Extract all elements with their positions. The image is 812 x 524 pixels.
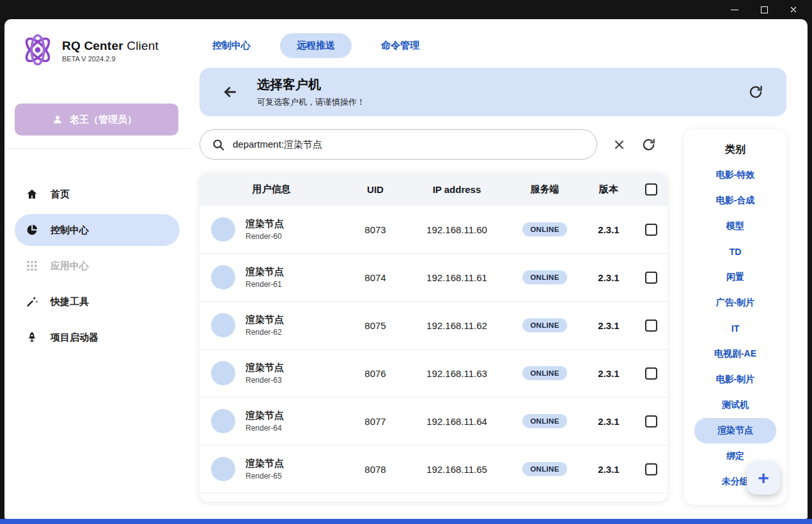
client-hostname: Render-60 [246,232,284,241]
user-icon [52,114,63,125]
table-row[interactable]: 渲染节点 Render-62 8075 192.168.11.62 ONLINE… [199,302,668,350]
category-panel-title: 类别 [684,141,786,158]
category-item[interactable]: TD [694,239,776,265]
sidebar-item-control-center[interactable]: 控制中心 [15,214,180,246]
sidebar-item-app-center[interactable]: 应用中心 [15,250,180,282]
category-item[interactable]: 电视剧-AE [694,341,776,367]
close-icon [790,6,797,13]
column-header-server: 服务端 [506,183,583,196]
column-header-version: 版本 [583,183,634,196]
category-item[interactable]: 电影-制片 [694,367,776,392]
table-row[interactable]: 渲染节点 Render-64 8077 192.168.11.64 ONLINE… [199,397,668,445]
category-item-selected[interactable]: 渲染节点 [694,418,776,443]
client-name: 渲染节点 [246,314,284,326]
client-version: 2.3.1 [583,464,634,475]
user-label: 老王（管理员） [70,114,137,126]
top-tabs: 控制中心 远程推送 命令管理 [199,19,786,61]
sidebar-item-project-launcher[interactable]: 项目启动器 [15,321,180,353]
sidebar-item-label: 控制中心 [51,224,89,236]
client-ip: 192.168.11.62 [407,320,506,331]
client-table: 用户信息 UID IP address 服务端 版本 渲染节点 Render-6… [199,173,668,502]
refresh-icon [748,84,763,100]
client-hostname: Render-65 [246,472,284,481]
client-avatar [211,457,235,481]
sidebar-item-label: 应用中心 [51,260,89,272]
row-checkbox[interactable] [645,320,657,332]
app-logo-atom-icon [20,32,56,68]
category-item[interactable]: 广告-制片 [694,290,776,316]
bottom-accent-bar [0,519,812,524]
row-checkbox[interactable] [645,415,657,428]
tab-remote-push[interactable]: 远程推送 [280,33,352,58]
client-version: 2.3.1 [583,416,634,427]
client-name: 渲染节点 [246,266,284,278]
window-minimize-button[interactable] [720,1,749,18]
row-checkbox[interactable] [645,463,657,475]
window-maximize-button[interactable] [749,1,779,18]
sidebar-item-quick-tools[interactable]: 快捷工具 [15,286,180,318]
category-item[interactable]: 闲置 [694,265,776,290]
table-row[interactable]: 渲染节点 Render-65 8078 192.168.11.65 ONLINE… [199,445,668,493]
app-window: RQ Center Client BETA V 2024.2.9 老王（管理员）… [4,19,808,519]
category-item[interactable]: 电影-合成 [694,188,776,213]
client-list-column: 用户信息 UID IP address 服务端 版本 渲染节点 Render-6… [199,129,668,519]
client-hostname: Render-61 [246,280,284,289]
client-uid: 8077 [343,416,407,427]
search-refresh-button[interactable] [637,133,660,156]
sidebar-item-home[interactable]: 首页 [15,178,180,210]
search-input[interactable] [233,139,585,150]
category-item[interactable]: 测试机 [694,392,776,418]
window-titlebar [0,0,812,19]
row-checkbox[interactable] [645,272,657,284]
back-arrow-icon [222,84,238,100]
banner-refresh-button[interactable] [744,81,767,104]
app-title-light: Client [123,39,159,52]
client-ip: 192.168.11.65 [407,464,506,475]
apps-grid-icon [25,259,39,272]
content-row: 用户信息 UID IP address 服务端 版本 渲染节点 Render-6… [199,129,786,519]
sidebar-item-label: 项目启动器 [51,332,98,344]
search-box [199,129,597,160]
table-row[interactable]: 渲染节点 Render-60 8073 192.168.11.60 ONLINE… [199,206,668,254]
client-hostname: Render-62 [246,328,284,337]
table-row[interactable]: 渲染节点 Render-61 8074 192.168.11.61 ONLINE… [199,254,668,302]
app-title-block: RQ Center Client BETA V 2024.2.9 [62,32,159,63]
category-item[interactable]: 电影-特效 [694,162,776,188]
client-name: 渲染节点 [246,362,284,374]
tab-control-center[interactable]: 控制中心 [212,33,251,58]
client-uid: 8074 [343,272,407,283]
status-badge: ONLINE [522,270,566,284]
search-icon [212,138,225,151]
client-avatar [211,265,235,289]
status-badge: ONLINE [522,462,566,476]
client-ip: 192.168.11.64 [407,416,506,427]
back-button[interactable] [219,81,242,104]
column-header-uid: UID [343,184,407,195]
add-category-button[interactable]: + [747,461,780,495]
client-ip: 192.168.11.61 [407,272,506,283]
row-checkbox[interactable] [645,224,657,236]
client-hostname: Render-63 [246,376,284,385]
refresh-icon [641,137,656,152]
table-row[interactable]: 渲染节点 Render-63 8076 192.168.11.63 ONLINE… [199,350,668,397]
search-clear-button[interactable] [607,133,630,156]
user-badge[interactable]: 老王（管理员） [15,104,178,135]
window-close-button[interactable] [779,1,808,18]
category-item[interactable]: IT [694,316,776,341]
tab-command-management[interactable]: 命令管理 [381,33,419,58]
maximize-icon [761,6,768,13]
client-name: 渲染节点 [246,458,284,470]
rocket-icon [25,331,39,344]
select-all-checkbox[interactable] [645,183,657,196]
page-header-banner: 选择客户机 可复选客户机，请谨慎操作！ [199,68,786,116]
client-name: 渲染节点 [246,218,284,230]
home-icon [25,188,39,201]
client-avatar [211,217,235,242]
client-uid: 8073 [343,224,407,235]
category-item[interactable]: 模型 [694,213,776,239]
status-badge: ONLINE [522,366,566,380]
control-center-icon [25,224,39,236]
app-version: BETA V 2024.2.9 [62,55,159,63]
magic-wand-icon [25,295,39,308]
row-checkbox[interactable] [645,367,657,380]
